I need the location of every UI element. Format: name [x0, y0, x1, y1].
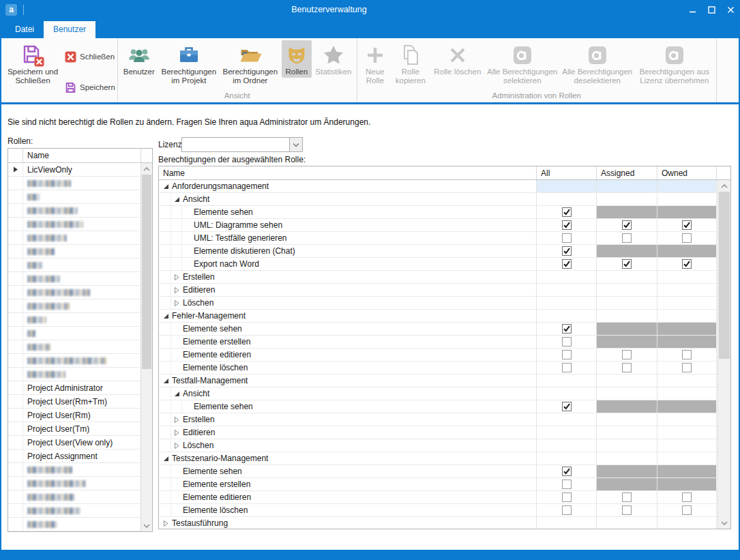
- all-checkbox-checked[interactable]: [562, 259, 572, 269]
- owned-checkbox-unchecked[interactable]: [682, 505, 692, 515]
- roles-list-item[interactable]: [8, 368, 140, 381]
- permission-row[interactable]: Elemente editieren: [159, 349, 717, 362]
- collapse-node-icon[interactable]: [171, 193, 182, 205]
- permission-row[interactable]: Testfall-Management: [159, 374, 717, 387]
- roles-list-item[interactable]: Project Administrator: [8, 381, 140, 395]
- ribbon-button-speichern-und-schliessen[interactable]: Speichern und Schließen: [4, 40, 61, 87]
- license-dropdown-button[interactable]: [289, 138, 302, 151]
- scroll-down-icon[interactable]: [718, 517, 730, 529]
- cell-all[interactable]: [537, 323, 597, 335]
- maximize-button[interactable]: [702, 0, 721, 19]
- license-dropdown[interactable]: [181, 137, 303, 152]
- collapse-node-icon[interactable]: [171, 387, 182, 400]
- roles-list-item[interactable]: LicViewOnly: [8, 163, 140, 177]
- all-checkbox-unchecked[interactable]: [562, 337, 572, 347]
- permission-row[interactable]: Elemente erstellen: [159, 478, 717, 491]
- permission-row[interactable]: Testszenario-Management: [159, 452, 717, 465]
- roles-list-item[interactable]: [8, 327, 140, 340]
- expand-node-icon[interactable]: [171, 284, 182, 296]
- permission-row[interactable]: Elemente löschen: [159, 504, 717, 517]
- roles-list-item[interactable]: [8, 259, 140, 272]
- permissions-scrollbar-thumb[interactable]: [719, 192, 730, 359]
- roles-list-item[interactable]: [8, 518, 140, 531]
- expand-node-icon[interactable]: [171, 297, 182, 309]
- permission-row[interactable]: Elemente sehen: [159, 206, 717, 219]
- roles-list-item[interactable]: Project User(View only): [8, 436, 140, 450]
- cell-assigned[interactable]: [597, 349, 657, 361]
- cell-owned[interactable]: [657, 504, 717, 516]
- permission-row[interactable]: Elemente editieren: [159, 491, 717, 504]
- permission-row[interactable]: Elemente diskutieren (Chat): [159, 245, 717, 258]
- roles-list-item[interactable]: [8, 354, 140, 368]
- cell-all[interactable]: [537, 504, 597, 516]
- cell-all[interactable]: [537, 232, 597, 244]
- tab-datei[interactable]: Datei: [5, 21, 44, 38]
- permission-row[interactable]: Erstellen: [159, 271, 717, 284]
- cell-assigned[interactable]: [597, 362, 657, 374]
- all-checkbox-checked[interactable]: [562, 220, 572, 230]
- all-checkbox-checked[interactable]: [562, 324, 572, 334]
- all-checkbox-unchecked[interactable]: [562, 233, 572, 243]
- roles-list-item[interactable]: [8, 272, 140, 286]
- scroll-up-icon[interactable]: [141, 163, 152, 175]
- cell-owned[interactable]: [657, 491, 717, 503]
- column-header-name[interactable]: Name: [159, 166, 537, 179]
- permission-row[interactable]: Fehler-Management: [159, 310, 717, 323]
- roles-list-item[interactable]: [8, 477, 140, 490]
- cell-all[interactable]: [537, 258, 597, 270]
- assigned-checkbox-unchecked[interactable]: [622, 363, 632, 372]
- roles-list-item[interactable]: Project User(Rm+Tm): [8, 395, 140, 409]
- roles-scrollbar[interactable]: [140, 163, 152, 531]
- permission-row[interactable]: Elemente löschen: [159, 362, 717, 374]
- roles-list-item[interactable]: Project Assignment: [8, 450, 140, 463]
- cell-all[interactable]: [537, 245, 597, 257]
- roles-list-item[interactable]: [8, 177, 140, 190]
- permission-row[interactable]: Elemente sehen: [159, 323, 717, 336]
- permission-row[interactable]: Ansicht: [159, 387, 717, 400]
- permission-row[interactable]: UML: Diagramme sehen: [159, 219, 717, 232]
- collapse-node-icon[interactable]: [160, 180, 171, 192]
- roles-list-item[interactable]: [8, 218, 140, 231]
- cell-all[interactable]: [537, 206, 597, 218]
- tab-benutzer[interactable]: Benutzer: [44, 21, 95, 38]
- owned-checkbox-unchecked[interactable]: [682, 363, 692, 372]
- roles-scrollbar-thumb[interactable]: [142, 175, 151, 369]
- cell-owned[interactable]: [657, 232, 717, 244]
- owned-checkbox-unchecked[interactable]: [682, 233, 692, 243]
- roles-name-column-header[interactable]: Name: [23, 149, 141, 162]
- collapse-node-icon[interactable]: [160, 374, 171, 387]
- cell-assigned[interactable]: [597, 504, 657, 516]
- roles-list-item[interactable]: [8, 490, 140, 504]
- collapse-node-icon[interactable]: [160, 310, 171, 322]
- cell-owned[interactable]: [657, 349, 717, 361]
- cell-all[interactable]: [537, 349, 597, 361]
- permission-row[interactable]: Elemente erstellen: [159, 336, 717, 349]
- cell-all[interactable]: [537, 400, 597, 413]
- owned-checkbox-checked[interactable]: [682, 259, 692, 269]
- all-checkbox-checked[interactable]: [562, 402, 572, 411]
- column-header-assigned[interactable]: Assigned: [597, 166, 657, 179]
- all-checkbox-unchecked[interactable]: [562, 492, 572, 502]
- permission-row[interactable]: Editieren: [159, 426, 717, 439]
- roles-list-item[interactable]: [8, 504, 140, 518]
- roles-list-item[interactable]: [8, 340, 140, 354]
- assigned-checkbox-checked[interactable]: [622, 220, 632, 230]
- roles-list-item[interactable]: [8, 463, 140, 477]
- ribbon-button-berechtigungen-im-ordner[interactable]: Berechtigungen im Ordner: [220, 40, 280, 87]
- cell-all[interactable]: [537, 491, 597, 503]
- permission-row[interactable]: Löschen: [159, 439, 717, 452]
- permission-row[interactable]: Ansicht: [159, 193, 717, 206]
- cell-assigned[interactable]: [597, 232, 657, 244]
- minimize-button[interactable]: [683, 0, 702, 19]
- cell-owned[interactable]: [657, 258, 717, 270]
- permission-row[interactable]: Testausführung: [159, 517, 717, 529]
- roles-list-item[interactable]: [8, 299, 140, 313]
- assigned-checkbox-unchecked[interactable]: [622, 233, 632, 243]
- all-checkbox-unchecked[interactable]: [562, 363, 572, 372]
- column-header-all[interactable]: All: [537, 166, 597, 179]
- roles-list-item[interactable]: [8, 286, 140, 299]
- column-header-owned[interactable]: Owned: [657, 166, 717, 179]
- ribbon-button-speichern[interactable]: Speichern: [65, 75, 115, 100]
- all-checkbox-checked[interactable]: [562, 207, 572, 217]
- cell-all[interactable]: [537, 219, 597, 231]
